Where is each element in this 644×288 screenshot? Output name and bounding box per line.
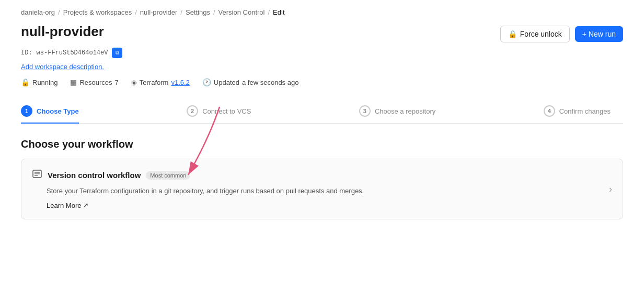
breadcrumb-sep-5: / xyxy=(268,8,270,16)
updated-label: Updated xyxy=(214,79,239,86)
step-1-label: Choose Type xyxy=(37,107,79,115)
breadcrumb-current: Edit xyxy=(273,8,284,16)
step-divider-1 xyxy=(91,111,187,112)
breadcrumb-org[interactable]: daniela-org xyxy=(21,8,55,16)
terraform-version-link[interactable]: v1.6.2 xyxy=(171,79,189,86)
header-actions: 🔒 Force unlock + New run xyxy=(500,24,623,42)
resources-icon: ▦ xyxy=(70,78,77,86)
main-content: Choose your workflow Version control wor… xyxy=(21,138,623,219)
resources-label: Resources xyxy=(79,79,112,86)
step-choose-repo[interactable]: 3 Choose a repository xyxy=(359,99,448,123)
new-run-label: + New run xyxy=(582,30,616,38)
workflow-name: Version control workflow xyxy=(48,171,141,180)
breadcrumb-settings[interactable]: Settings xyxy=(186,8,210,16)
workflow-description: Store your Terraform configuration in a … xyxy=(47,186,612,196)
step-4-circle: 4 xyxy=(544,105,555,117)
step-3-label: Choose a repository xyxy=(375,107,435,115)
page-header: null-provider 🔒 Force unlock + New run xyxy=(21,24,623,42)
step-choose-type[interactable]: 1 Choose Type xyxy=(21,99,91,123)
force-unlock-button[interactable]: 🔒 Force unlock xyxy=(500,26,570,42)
status-item: 🔒 Running xyxy=(21,78,58,86)
meta-row: 🔒 Running ▦ Resources 7 ◈ Terraform v1.6… xyxy=(21,78,623,86)
step-divider-3 xyxy=(448,111,544,112)
step-2-circle: 2 xyxy=(187,105,198,117)
external-link-icon: ↗ xyxy=(83,202,88,209)
step-3-circle: 3 xyxy=(359,105,371,117)
step-divider-2 xyxy=(263,111,359,112)
breadcrumb-sep-1: / xyxy=(58,8,60,16)
version-control-workflow-card[interactable]: Version control workflow Most common Sto… xyxy=(21,159,623,219)
add-description-link[interactable]: Add workspace description. xyxy=(21,63,104,71)
breadcrumb-projects[interactable]: Projects & workspaces xyxy=(63,8,132,16)
id-label: ID: xyxy=(21,49,32,57)
breadcrumb-sep-2: / xyxy=(135,8,137,16)
step-2-label: Connect to VCS xyxy=(202,107,251,115)
workspace-id-row: ID: ws-FFruSt5D464o14eV ⧉ xyxy=(21,48,623,58)
breadcrumb-sep-4: / xyxy=(213,8,215,16)
learn-more-link[interactable]: Learn More ↗ xyxy=(47,202,612,209)
page-title: null-provider xyxy=(21,24,104,40)
updated-value: a few seconds ago xyxy=(242,79,298,86)
stepper: 1 Choose Type 2 Connect to VCS 3 Choose … xyxy=(21,99,623,124)
workflow-section-title: Choose your workflow xyxy=(21,138,623,150)
id-value: ws-FFruSt5D464o14eV xyxy=(37,49,108,57)
lock-icon: 🔒 xyxy=(508,30,517,38)
terraform-item: ◈ Terraform v1.6.2 xyxy=(131,78,190,86)
lock-status-icon: 🔒 xyxy=(21,78,30,86)
step-1-circle: 1 xyxy=(21,105,32,117)
step-confirm-changes[interactable]: 4 Confirm changes xyxy=(544,99,623,123)
resources-count: 7 xyxy=(115,79,119,86)
breadcrumb-version-control[interactable]: Version Control xyxy=(218,8,265,16)
updated-item: 🕐 Updated a few seconds ago xyxy=(202,78,299,86)
step-connect-vcs[interactable]: 2 Connect to VCS xyxy=(187,99,263,123)
terraform-icon: ◈ xyxy=(131,78,137,86)
new-run-button[interactable]: + New run xyxy=(575,26,623,42)
breadcrumb-provider[interactable]: null-provider xyxy=(140,8,178,16)
chevron-right-icon: › xyxy=(609,183,612,194)
status-badge: Running xyxy=(32,79,58,86)
workflow-card-icon xyxy=(32,169,42,182)
breadcrumb: daniela-org / Projects & workspaces / nu… xyxy=(21,8,623,16)
most-common-badge: Most common xyxy=(146,171,190,180)
force-unlock-label: Force unlock xyxy=(520,30,562,38)
clock-icon: 🕐 xyxy=(202,78,211,86)
learn-more-label: Learn More xyxy=(47,202,81,209)
resources-item: ▦ Resources 7 xyxy=(70,78,118,86)
terraform-label: Terraform xyxy=(140,79,169,86)
workflow-card-header: Version control workflow Most common xyxy=(32,169,612,182)
copy-id-button[interactable]: ⧉ xyxy=(112,48,122,58)
step-4-label: Confirm changes xyxy=(559,107,611,115)
breadcrumb-sep-3: / xyxy=(180,8,182,16)
